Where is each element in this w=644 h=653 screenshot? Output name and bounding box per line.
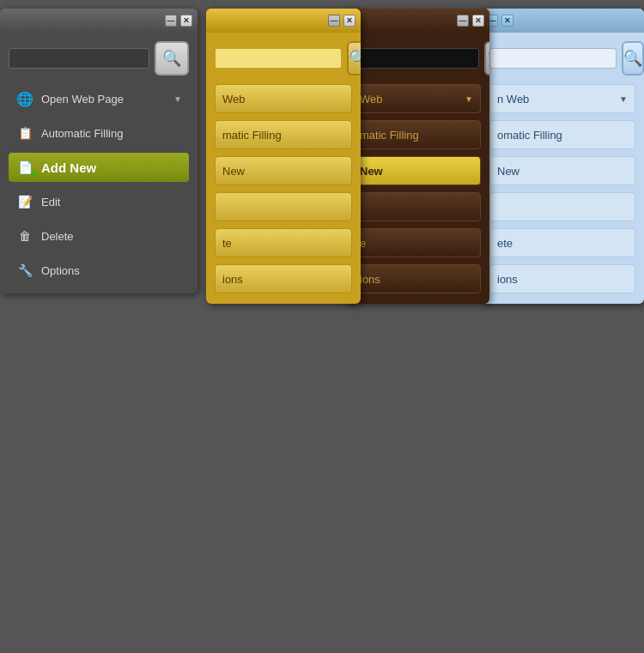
magnifier-icon-brown: 🔍 <box>486 49 489 68</box>
close-button-brown[interactable]: ✕ <box>472 15 484 27</box>
globe-icon <box>15 89 34 108</box>
search-row-blue: 🔍 <box>489 41 635 76</box>
menu-label-add-new: Add New <box>41 160 96 175</box>
close-icon: ✕ <box>183 16 190 25</box>
close-button-gold[interactable]: ✕ <box>343 15 355 27</box>
menu-item-options-brown[interactable]: ions <box>352 264 481 293</box>
search-input-blue[interactable] <box>489 48 617 69</box>
menu-label-open-web-gold: Web <box>222 93 246 106</box>
menu-label-options-gold: ions <box>222 273 243 286</box>
menu-item-edit-blue[interactable] <box>489 192 635 221</box>
close-icon-blue: ✕ <box>504 16 511 25</box>
menu-item-edit[interactable]: Edit <box>9 187 189 216</box>
minimize-button-gold[interactable]: — <box>328 15 340 27</box>
menu-label-auto-fill-blue: omatic Filling <box>497 129 562 142</box>
menu-label-add-new-brown: New <box>360 165 383 178</box>
search-button-blue[interactable]: 🔍 <box>622 41 644 76</box>
menu-item-auto-fill-brown[interactable]: matic Filling <box>352 120 481 149</box>
menu-label-open-web-blue: n Web <box>497 93 529 106</box>
menu-item-add-new[interactable]: Add New <box>9 153 189 182</box>
menu-item-add-new-gold[interactable]: New <box>215 156 352 185</box>
dropdown-arrow-blue: ▼ <box>619 94 628 104</box>
menu-item-delete[interactable]: Delete <box>9 221 189 251</box>
menu-label-delete: Delete <box>41 230 74 243</box>
menu-item-open-web-blue[interactable]: n Web ▼ <box>489 84 635 113</box>
minimize-icon: — <box>167 16 175 25</box>
menu-item-add-new-blue[interactable]: New <box>489 156 635 185</box>
menu-item-options-gold[interactable]: ions <box>215 264 352 293</box>
menu-item-open-web-brown[interactable]: Web ▼ <box>352 84 481 113</box>
menu-item-edit-brown[interactable] <box>352 192 481 221</box>
menu-item-delete-brown[interactable]: e <box>352 228 481 257</box>
search-row: 🔍 <box>9 41 189 76</box>
window-gold: — ✕ 🔍 Web matic Filling New te ions <box>206 9 361 304</box>
titlebar-brown: — ✕ <box>343 9 489 33</box>
delete-icon <box>15 227 34 245</box>
minimize-icon-brown: — <box>459 16 467 25</box>
menu-label-delete-blue: ete <box>497 237 513 250</box>
window-dark: — ✕ 🔍 Open Web Page ▼ Automatic Filling … <box>0 9 197 293</box>
titlebar-blue: — ✕ <box>481 9 644 33</box>
menu-label-open-web: Open Web Page <box>41 93 124 106</box>
close-button-blue[interactable]: ✕ <box>501 15 513 27</box>
window-blue: — ✕ 🔍 n Web ▼ omatic Filling New ete <box>481 9 644 304</box>
titlebar-dark: — ✕ <box>0 9 197 33</box>
close-icon-gold: ✕ <box>346 16 353 25</box>
form-icon <box>15 124 34 142</box>
window-body-gold: 🔍 Web matic Filling New te ions <box>206 33 361 304</box>
menu-item-open-web-gold[interactable]: Web <box>215 84 352 113</box>
menu-label-options-blue: ions <box>497 273 518 286</box>
minimize-button-brown[interactable]: — <box>457 15 469 27</box>
menu-item-add-new-brown[interactable]: New <box>352 156 481 185</box>
menu-label-edit: Edit <box>41 196 60 209</box>
search-input[interactable] <box>9 48 149 69</box>
close-icon-brown: ✕ <box>475 16 482 25</box>
magnifier-icon: 🔍 <box>162 49 181 68</box>
options-icon <box>15 261 34 280</box>
menu-label-auto-fill-gold: matic Filling <box>222 129 282 142</box>
menu-item-open-web[interactable]: Open Web Page ▼ <box>9 84 189 113</box>
menu-label-add-new-gold: New <box>222 165 245 178</box>
menu-label-add-new-blue: New <box>497 165 519 178</box>
magnifier-icon-blue: 🔍 <box>623 49 642 68</box>
search-row-gold: 🔍 <box>215 41 352 76</box>
menu-item-auto-fill-gold[interactable]: matic Filling <box>215 120 352 149</box>
menu-label-auto-fill: Automatic Filling <box>41 127 123 140</box>
search-button[interactable]: 🔍 <box>155 41 189 76</box>
search-input-brown[interactable] <box>352 48 479 69</box>
search-input-gold[interactable] <box>215 48 342 69</box>
menu-label-open-web-brown: Web <box>360 93 383 106</box>
add-icon <box>15 158 34 177</box>
dropdown-arrow: ▼ <box>173 94 182 104</box>
menu-item-options[interactable]: Options <box>9 256 189 285</box>
window-brown: — ✕ 🔍 Web ▼ matic Filling New e ion <box>343 9 489 304</box>
menu-label-delete-brown: e <box>360 237 366 250</box>
menu-label-auto-fill-brown: matic Filling <box>360 129 419 142</box>
menu-label-options-brown: ions <box>360 273 380 286</box>
menu-item-edit-gold[interactable] <box>215 192 352 221</box>
minimize-button[interactable]: — <box>165 15 177 27</box>
menu-label-delete-gold: te <box>222 237 232 250</box>
close-button[interactable]: ✕ <box>180 15 192 27</box>
window-body-dark: 🔍 Open Web Page ▼ Automatic Filling Add … <box>0 33 197 293</box>
dropdown-arrow-brown: ▼ <box>465 94 473 104</box>
search-row-brown: 🔍 <box>352 41 481 76</box>
edit-icon <box>15 192 34 211</box>
window-body-brown: 🔍 Web ▼ matic Filling New e ions <box>343 33 489 304</box>
titlebar-gold: — ✕ <box>206 9 361 33</box>
menu-item-delete-gold[interactable]: te <box>215 228 352 257</box>
menu-item-delete-blue[interactable]: ete <box>489 228 635 257</box>
menu-label-options: Options <box>41 264 80 277</box>
search-button-gold[interactable]: 🔍 <box>347 41 361 76</box>
menu-item-options-blue[interactable]: ions <box>489 264 635 293</box>
menu-item-auto-fill-blue[interactable]: omatic Filling <box>489 120 635 149</box>
magnifier-icon-gold: 🔍 <box>349 49 361 68</box>
window-body-blue: 🔍 n Web ▼ omatic Filling New ete ions <box>481 33 644 304</box>
minimize-icon-gold: — <box>331 16 338 25</box>
search-button-brown[interactable]: 🔍 <box>484 41 489 76</box>
menu-item-auto-fill[interactable]: Automatic Filling <box>9 118 189 148</box>
